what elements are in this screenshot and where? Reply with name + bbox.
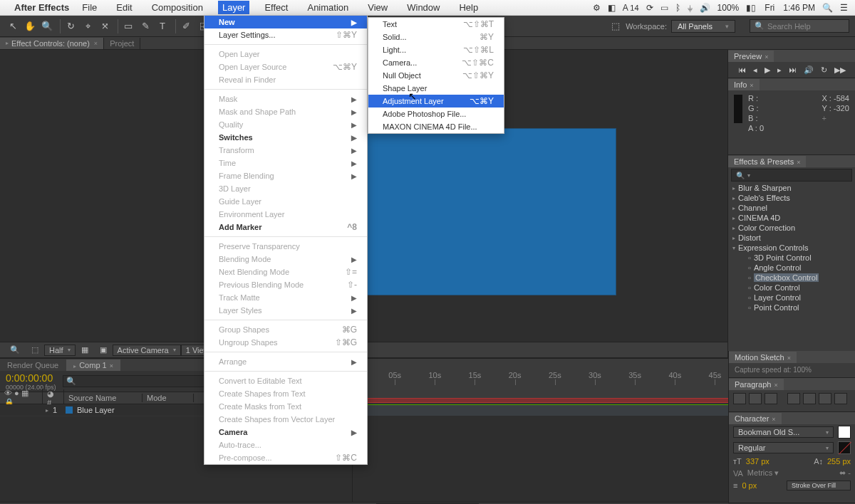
tab-effect-controls[interactable]: ▸Effect Controls: (none)×	[0, 38, 104, 49]
align-center-icon[interactable]	[749, 393, 762, 404]
loop-icon[interactable]: ↻	[821, 65, 827, 75]
effects-item[interactable]: ▫Point Control	[728, 303, 855, 313]
pan-behind-tool-icon[interactable]: ⤧	[98, 19, 112, 33]
justify-all-icon[interactable]	[834, 393, 847, 404]
brush-tool-icon[interactable]: ✐	[179, 19, 193, 33]
menu-file[interactable]: File	[78, 1, 101, 14]
menu-item[interactable]: Solid...⌘Y	[368, 31, 504, 43]
adobe-badge-icon: A 14	[623, 3, 639, 13]
effects-item[interactable]: ▸Distort	[728, 233, 855, 243]
stroke-color-swatch[interactable]	[838, 441, 851, 454]
selection-tool-icon[interactable]: ↖	[6, 19, 20, 33]
effects-panel-title[interactable]: Effects & Presets×	[728, 156, 806, 167]
current-timecode[interactable]: 0:00:00:00	[0, 372, 63, 384]
effects-item[interactable]: ▸CINEMA 4D	[728, 213, 855, 223]
effects-item[interactable]: ▾Expression Controls	[728, 243, 855, 253]
menu-item[interactable]: Add Marker^8	[204, 221, 367, 233]
menu-item[interactable]: MAXON CINEMA 4D File...	[368, 120, 504, 133]
res-icon[interactable]: ⬚	[28, 345, 41, 355]
menu-extras-icon[interactable]: ☰	[840, 3, 848, 13]
menu-window[interactable]: Window	[403, 1, 444, 14]
leading-value[interactable]: 255 px	[827, 457, 851, 466]
menu-item[interactable]: Layer Settings...⇧⌘Y	[204, 28, 367, 41]
magnification-icon[interactable]: 🔍	[7, 345, 23, 355]
hand-tool-icon[interactable]: ✋	[23, 19, 37, 33]
first-frame-icon[interactable]: ⏮	[738, 65, 746, 74]
blue-solid-layer[interactable]	[367, 128, 616, 295]
timeline-tabs: Render Queue ▸Comp 1×	[0, 359, 855, 371]
shape-tool-icon[interactable]: ▭	[121, 19, 135, 33]
play-icon[interactable]: ▶	[765, 65, 770, 75]
grid-icon[interactable]: ▦	[78, 345, 91, 355]
character-title[interactable]: Character×	[729, 413, 782, 424]
menu-edit[interactable]: Edit	[112, 1, 136, 14]
menu-layer[interactable]: Layer	[218, 1, 250, 14]
effects-item[interactable]: ▫Layer Control	[728, 293, 855, 303]
justify-center-icon[interactable]	[803, 393, 816, 404]
workspace-dropdown[interactable]: All Panels▾	[671, 20, 735, 33]
camera-dropdown[interactable]: Active Camera▾	[113, 345, 181, 356]
fill-color-swatch[interactable]	[838, 426, 851, 439]
info-panel-title[interactable]: Info×	[728, 79, 760, 90]
font-family-dropdown[interactable]: Bookman Old S...▾	[733, 426, 834, 438]
rotate-tool-icon[interactable]: ↻	[63, 19, 78, 33]
tab-render-queue[interactable]: Render Queue	[0, 359, 66, 371]
justify-left-icon[interactable]	[787, 393, 800, 404]
menu-item: Next Blending Mode⇧=	[204, 266, 367, 278]
menu-item: Preserve Transparency	[204, 240, 367, 253]
preview-panel-title[interactable]: Preview×	[728, 51, 774, 62]
effects-item[interactable]: ▫Color Control	[728, 283, 855, 293]
font-size-value[interactable]: 337 px	[746, 457, 770, 466]
font-style-dropdown[interactable]: Regular▾	[733, 442, 834, 453]
stroke-option-dropdown[interactable]: Stroke Over Fill	[787, 481, 851, 490]
paragraph-title[interactable]: Paragraph×	[729, 379, 784, 390]
effects-item[interactable]: ▫Slider Control	[728, 313, 855, 315]
menu-item[interactable]: Light...⌥⇧⌘L	[368, 43, 504, 56]
audio-icon[interactable]: 🔊	[804, 65, 814, 75]
zoom-tool-icon[interactable]: 🔍	[40, 19, 54, 33]
pen-tool-icon[interactable]: ✎	[138, 19, 152, 33]
menu-help[interactable]: Help	[455, 1, 482, 14]
resolution-dropdown[interactable]: Half▾	[44, 345, 76, 356]
menu-item[interactable]: Camera...⌥⇧⌘C	[368, 56, 504, 69]
menu-item[interactable]: Text⌥⇧⌘T	[368, 18, 504, 31]
text-tool-icon[interactable]: T	[155, 19, 170, 33]
effects-item[interactable]: ▫Checkbox Control	[728, 273, 855, 283]
effects-item[interactable]: ▫Angle Control	[728, 263, 855, 273]
menu-effect[interactable]: Effect	[260, 1, 292, 14]
menu-composition[interactable]: Composition	[147, 1, 207, 14]
spotlight-icon[interactable]: 🔍	[822, 3, 833, 13]
align-right-icon[interactable]	[765, 393, 777, 404]
mask-icon[interactable]: ▣	[97, 345, 110, 355]
last-frame-icon[interactable]: ⏭	[789, 65, 797, 74]
effects-item[interactable]: ▫3D Point Control	[728, 253, 855, 263]
motion-sketch-title[interactable]: Motion Sketch×	[729, 352, 797, 363]
effects-item[interactable]: ▸Channel	[728, 203, 855, 213]
menu-item: Pre-compose...⇧⌘C	[204, 451, 367, 464]
effects-item[interactable]: ▸Caleb's Effects	[728, 193, 855, 203]
menu-item[interactable]: Adjustment Layer⌥⌘Y	[368, 95, 504, 107]
menu-view[interactable]: View	[363, 1, 392, 14]
menu-item[interactable]: Switches▶	[204, 131, 367, 144]
ram-preview-icon[interactable]: ▶▶	[834, 65, 846, 75]
justify-right-icon[interactable]	[819, 393, 831, 404]
menu-animation[interactable]: Animation	[303, 1, 353, 14]
effects-search-input[interactable]: 🔍▾	[731, 169, 852, 182]
search-help-input[interactable]: 🔍 Search Help	[750, 19, 849, 33]
preview-controls: ⏮ ◂ ▶ ▸ ⏭ 🔊 ↻ ▶▶	[728, 62, 855, 78]
timeline-search-input[interactable]: 🔍	[63, 375, 212, 387]
menu-item[interactable]: Null Object⌥⇧⌘Y	[368, 69, 504, 82]
tab-project[interactable]: Project	[104, 38, 140, 49]
effects-item[interactable]: ▸Blur & Sharpen	[728, 183, 855, 193]
tab-comp[interactable]: ▸Comp 1×	[66, 359, 120, 371]
align-left-icon[interactable]	[733, 393, 746, 404]
snap-icon[interactable]: ⬚	[608, 19, 623, 33]
menu-item[interactable]: Shape Layer	[368, 82, 504, 95]
menu-item[interactable]: Adobe Photoshop File...	[368, 107, 504, 120]
next-frame-icon[interactable]: ▸	[777, 65, 782, 75]
menu-item[interactable]: New▶	[204, 16, 367, 28]
effects-item[interactable]: ▸Color Correction	[728, 223, 855, 233]
prev-frame-icon[interactable]: ◂	[753, 65, 757, 75]
camera-tool-icon[interactable]: ⌖	[81, 19, 95, 33]
menu-item[interactable]: Camera▶	[204, 426, 367, 439]
